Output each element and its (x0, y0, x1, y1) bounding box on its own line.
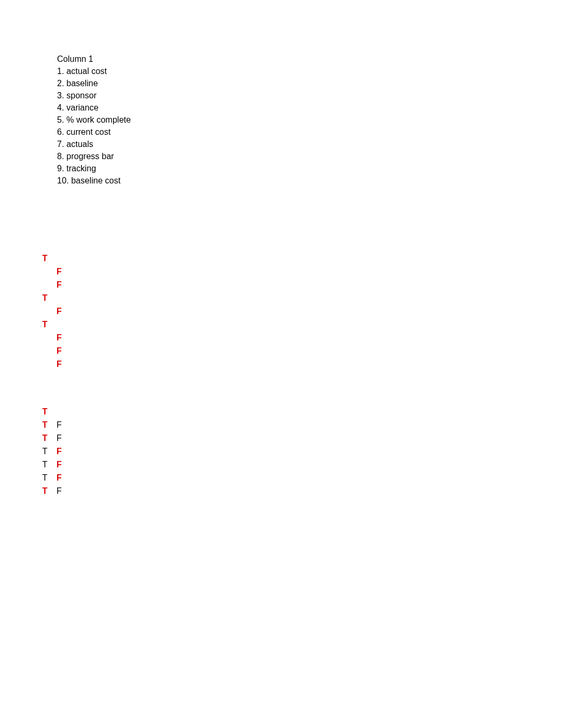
t-cell: T (42, 431, 57, 445)
t-cell: T (42, 418, 57, 431)
tf-row: F (42, 357, 71, 371)
tf-row: T (42, 405, 71, 418)
tf-row: T F (42, 471, 71, 484)
list-item: 9. tracking (57, 162, 131, 174)
f-cell: F (57, 331, 71, 344)
list-item: 5. % work complete (57, 114, 131, 126)
list-item-text: baseline (67, 79, 98, 88)
list-item-number: 6. (57, 127, 64, 136)
t-cell: T (42, 252, 57, 265)
tf-row: T (42, 252, 71, 265)
f-cell: F (57, 445, 71, 458)
tf-row: T F (42, 484, 71, 497)
list-item-number: 2. (57, 79, 64, 88)
list-item-text: progress bar (67, 152, 114, 161)
tf-row: T F (42, 458, 71, 471)
page: Column 1 1. actual cost 2. baseline 3. s… (0, 0, 561, 728)
tf-row: T F (42, 431, 71, 445)
list-item-text: sponsor (67, 91, 97, 100)
t-cell: T (42, 445, 57, 458)
f-cell: F (57, 471, 71, 484)
list-item-number: 1. (57, 67, 64, 76)
f-cell: F (57, 458, 71, 471)
list-item: 1. actual cost (57, 65, 131, 77)
list-item: 10. baseline cost (57, 174, 131, 187)
list-item: 2. baseline (57, 77, 131, 89)
list-item: 4. variance (57, 102, 131, 114)
list-item-text: actual cost (67, 67, 107, 76)
list-heading: Column 1 (57, 53, 131, 65)
f-cell: F (57, 278, 71, 291)
tf-row: F (42, 331, 71, 344)
f-cell: F (57, 344, 71, 357)
list-item-text: % work complete (67, 115, 131, 124)
t-cell: T (42, 318, 57, 331)
list-item-text: current cost (67, 127, 111, 136)
f-cell: F (57, 305, 71, 318)
tf-row: T F (42, 445, 71, 458)
list-item-number: 5. (57, 115, 64, 124)
f-cell: F (57, 357, 71, 371)
list-item-text: variance (67, 103, 98, 112)
list-item-number: 4. (57, 103, 64, 112)
tf-row: T F (42, 418, 71, 431)
t-cell: T (42, 405, 57, 418)
list-item-number: 7. (57, 140, 64, 149)
column-1-list: Column 1 1. actual cost 2. baseline 3. s… (57, 53, 131, 187)
f-cell: F (57, 265, 71, 278)
list-item: 3. sponsor (57, 89, 131, 102)
tf-row: T (42, 318, 71, 331)
list-item-text: actuals (67, 140, 94, 149)
t-cell: T (42, 291, 57, 305)
f-cell: F (57, 431, 71, 445)
list-item: 8. progress bar (57, 150, 131, 162)
tf-group-1: T F F T F T F F (42, 252, 71, 371)
list-item-number: 8. (57, 152, 64, 161)
list-item-number: 9. (57, 164, 64, 173)
list-item: 7. actuals (57, 138, 131, 150)
list-item-text: tracking (67, 164, 96, 173)
tf-row: F (42, 344, 71, 357)
t-cell: T (42, 484, 57, 497)
tf-group-2: T T F T F T F T F T F T F (42, 405, 71, 497)
tf-row: F (42, 265, 71, 278)
tf-row: F (42, 305, 71, 318)
list-item-number: 10. (57, 176, 69, 185)
t-cell: T (42, 458, 57, 471)
list-item-text: baseline cost (71, 176, 120, 185)
f-cell: F (57, 418, 71, 431)
t-cell: T (42, 471, 57, 484)
f-cell: F (57, 484, 71, 497)
list-item: 6. current cost (57, 126, 131, 138)
list-item-number: 3. (57, 91, 64, 100)
tf-row: F (42, 278, 71, 291)
tf-row: T (42, 291, 71, 305)
